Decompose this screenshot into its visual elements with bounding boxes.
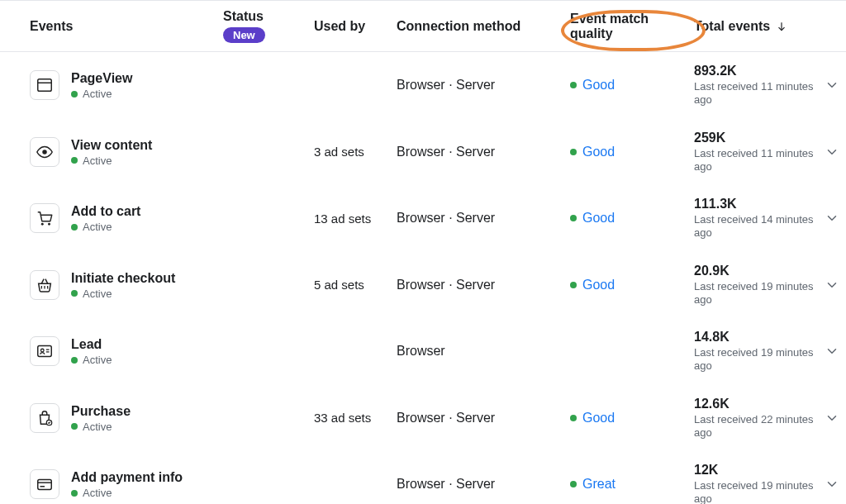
total-cell: 111.3KLast received 14 minutes ago	[694, 197, 818, 240]
quality-link[interactable]: Good	[582, 411, 615, 426]
table-row[interactable]: LeadActiveBrowser14.8KLast received 19 m…	[0, 318, 846, 385]
event-status: Active	[71, 221, 140, 233]
col-header-status-label: Status	[223, 9, 264, 24]
cart-icon	[30, 203, 59, 233]
col-header-connection[interactable]: Connection method	[397, 19, 570, 34]
status-dot-icon	[71, 290, 78, 297]
total-cell: 20.9KLast received 19 minutes ago	[694, 264, 818, 307]
quality-dot-icon	[570, 82, 577, 88]
quality-dot-icon	[570, 282, 577, 288]
usedby-cell: 13 ad sets	[314, 212, 397, 226]
event-status: Active	[71, 487, 183, 499]
table-row[interactable]: PurchaseActive33 ad setsBrowser · Server…	[0, 385, 846, 452]
col-header-events[interactable]: Events	[0, 19, 223, 34]
total-value: 12K	[694, 463, 818, 478]
quality-link[interactable]: Good	[582, 211, 615, 226]
chevron-down-icon	[825, 278, 839, 292]
basket-icon	[30, 270, 59, 300]
chevron-down-icon	[825, 411, 839, 426]
table-row[interactable]: Add payment infoActiveBrowser · ServerGr…	[0, 451, 846, 504]
expand-button[interactable]	[818, 145, 846, 159]
chevron-down-icon	[825, 145, 839, 159]
eye-icon	[30, 137, 59, 167]
expand-button[interactable]	[818, 211, 846, 226]
idcard-icon	[30, 336, 59, 366]
quality-cell[interactable]: Good	[570, 211, 694, 226]
status-text: Active	[83, 487, 112, 499]
status-dot-icon	[71, 423, 78, 430]
total-cell: 893.2KLast received 11 minutes ago	[694, 64, 818, 107]
total-value: 111.3K	[694, 197, 818, 212]
chevron-down-icon	[825, 211, 839, 226]
event-name: Purchase	[71, 403, 131, 419]
quality-cell[interactable]: Good	[570, 411, 694, 426]
total-value: 12.6K	[694, 397, 818, 411]
status-text: Active	[83, 88, 112, 100]
quality-cell[interactable]: Good	[570, 78, 694, 93]
quality-link[interactable]: Good	[582, 278, 615, 292]
quality-link[interactable]: Great	[582, 477, 615, 492]
quality-dot-icon	[570, 481, 577, 487]
quality-cell[interactable]: Good	[570, 278, 694, 292]
connection-cell: Browser · Server	[397, 211, 570, 226]
total-cell: 14.8KLast received 19 minutes ago	[694, 330, 818, 373]
connection-cell: Browser · Server	[397, 411, 570, 426]
chevron-down-icon	[825, 344, 839, 359]
event-status: Active	[71, 88, 132, 100]
quality-link[interactable]: Good	[582, 78, 615, 93]
col-header-status[interactable]: Status New	[223, 9, 314, 43]
status-dot-icon	[71, 157, 78, 164]
sort-desc-icon	[776, 21, 787, 32]
event-name: Lead	[71, 336, 112, 352]
total-cell: 12KLast received 19 minutes ago	[694, 463, 818, 504]
table-row[interactable]: Initiate checkoutActive5 ad setsBrowser …	[0, 252, 846, 319]
event-status: Active	[71, 354, 112, 366]
chevron-down-icon	[825, 477, 839, 492]
window-icon	[30, 70, 59, 100]
quality-link[interactable]: Good	[582, 145, 615, 159]
expand-button[interactable]	[818, 477, 846, 492]
chevron-down-icon	[825, 78, 839, 93]
col-header-usedby[interactable]: Used by	[314, 19, 397, 34]
event-status: Active	[71, 421, 131, 433]
total-value: 20.9K	[694, 264, 818, 278]
quality-cell[interactable]: Good	[570, 145, 694, 159]
connection-cell: Browser · Server	[397, 477, 570, 492]
expand-button[interactable]	[818, 78, 846, 93]
total-subtext: Last received 14 minutes ago	[694, 213, 818, 240]
events-table: Events Status New Used by Connection met…	[0, 0, 846, 504]
total-subtext: Last received 19 minutes ago	[694, 280, 818, 307]
expand-button[interactable]	[818, 278, 846, 292]
status-new-badge: New	[223, 27, 265, 43]
event-name: PageView	[71, 70, 132, 86]
total-subtext: Last received 19 minutes ago	[694, 479, 818, 504]
total-cell: 259KLast received 11 minutes ago	[694, 131, 818, 174]
quality-dot-icon	[570, 149, 577, 155]
status-text: Active	[83, 421, 112, 433]
expand-button[interactable]	[818, 344, 846, 359]
total-value: 893.2K	[694, 64, 818, 78]
card-icon	[30, 469, 59, 499]
total-subtext: Last received 11 minutes ago	[694, 147, 818, 174]
connection-cell: Browser · Server	[397, 78, 570, 93]
status-text: Active	[83, 354, 112, 366]
table-row[interactable]: View contentActive3 ad setsBrowser · Ser…	[0, 119, 846, 186]
quality-cell[interactable]: Great	[570, 477, 694, 492]
status-text: Active	[83, 155, 112, 167]
col-header-quality[interactable]: Event match quality	[570, 12, 694, 41]
total-subtext: Last received 19 minutes ago	[694, 346, 818, 373]
event-name: Initiate checkout	[71, 270, 175, 286]
event-name: Add to cart	[71, 203, 140, 219]
total-subtext: Last received 22 minutes ago	[694, 413, 818, 440]
table-row[interactable]: Add to cartActive13 ad setsBrowser · Ser…	[0, 185, 846, 252]
total-value: 14.8K	[694, 330, 818, 345]
status-dot-icon	[71, 357, 78, 364]
event-name: View content	[71, 137, 152, 153]
status-text: Active	[83, 221, 112, 233]
usedby-cell: 5 ad sets	[314, 278, 397, 292]
expand-button[interactable]	[818, 411, 846, 426]
table-row[interactable]: PageViewActiveBrowser · ServerGood893.2K…	[0, 52, 846, 119]
col-header-total[interactable]: Total events	[694, 19, 818, 34]
quality-dot-icon	[570, 215, 577, 221]
bag-icon	[30, 403, 59, 433]
